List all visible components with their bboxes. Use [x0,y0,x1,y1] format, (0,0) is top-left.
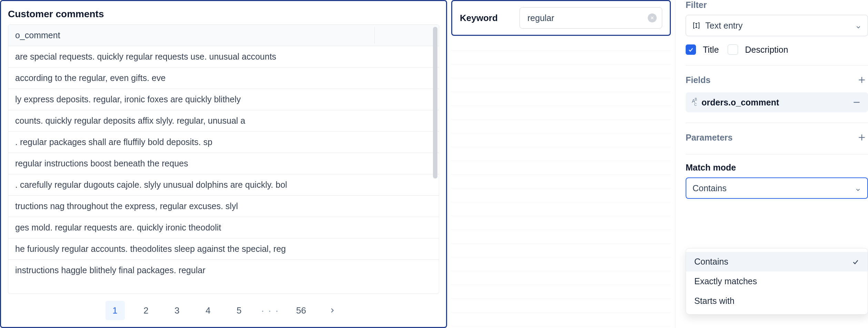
title-checkbox[interactable] [686,44,696,55]
match-mode-option-contains[interactable]: Contains [686,252,868,271]
match-mode-select[interactable]: Contains [686,177,868,199]
check-icon [852,258,859,266]
divider [686,154,868,154]
parameters-section-header: Parameters [686,131,868,144]
match-mode-label: Match mode [686,163,868,173]
table-row[interactable]: ly express deposits. regular, ironic fox… [8,89,439,110]
clear-input-button[interactable] [648,13,657,22]
table-row[interactable]: tructions nag throughout the express, re… [8,196,439,217]
fields-section-label: Fields [686,75,710,85]
page-5-button[interactable]: 5 [230,301,249,320]
page-last-button[interactable]: 56 [292,301,311,320]
comments-table: o_comment are special requests. quickly … [8,24,439,294]
table-row[interactable]: instructions haggle blithely final packa… [8,260,439,281]
table-row[interactable]: . regular packages shall are fluffily bo… [8,132,439,153]
scrollbar[interactable] [433,27,437,178]
plus-icon [857,133,866,142]
match-mode-option-starts-with[interactable]: Starts with [686,291,868,311]
table-row[interactable]: are special requests. quickly regular re… [8,46,439,68]
page-4-button[interactable]: 4 [199,301,218,320]
filter-section-label: Filter [686,0,868,10]
keyword-input-wrap [519,7,662,29]
close-icon [650,16,655,20]
page-ellipsis: · · · [261,301,280,320]
match-mode-dropdown: Contains Exactly matches Starts with [686,248,868,315]
description-checkbox[interactable] [728,44,738,55]
minus-icon [852,98,861,107]
dropdown-option-label: Starts with [694,296,735,306]
search-in-options: Title Description [686,44,868,55]
settings-sidebar: Filter Text entry Title Description Fiel… [675,0,868,328]
table-row[interactable]: . carefully regular dugouts cajole. slyl… [8,174,439,196]
plus-icon [857,75,866,84]
column-divider[interactable] [374,27,375,44]
dropdown-option-label: Exactly matches [694,276,757,286]
title-checkbox-label: Title [703,45,719,55]
table-body: are special requests. quickly regular re… [8,46,439,294]
keyword-input[interactable] [519,7,662,29]
match-mode-selected: Contains [693,183,727,193]
customer-comments-panel: Customer comments o_comment are special … [0,0,447,328]
filter-type-select[interactable]: Text entry [686,15,868,36]
field-chip: ABC orders.o_comment [686,92,868,112]
table-row[interactable]: according to the regular, even gifts. ev… [8,68,439,89]
add-field-button[interactable] [856,74,868,86]
divider [686,65,868,65]
check-icon [688,47,694,53]
table-row[interactable]: counts. quickly regular deposits affix s… [8,110,439,132]
match-mode-option-exactly-matches[interactable]: Exactly matches [686,271,868,291]
table-row[interactable]: he furiously regular accounts. theodolit… [8,238,439,260]
divider [686,123,868,123]
table-row[interactable]: ges mold. regular requests are. quickly … [8,217,439,238]
description-checkbox-label: Description [745,45,788,55]
remove-field-button[interactable] [851,97,862,107]
page-3-button[interactable]: 3 [168,301,187,320]
dropdown-option-label: Contains [694,257,728,267]
page-1-button[interactable]: 1 [105,301,125,320]
chevron-down-icon [855,22,861,29]
fields-section-header: Fields [686,74,868,86]
page-next-button[interactable] [323,301,342,320]
middle-panel: Keyword [451,0,671,328]
canvas-grid[interactable] [451,37,671,328]
chevron-right-icon [329,307,336,314]
keyword-label: Keyword [460,13,498,23]
page-2-button[interactable]: 2 [137,301,156,320]
field-chip-label: orders.o_comment [702,98,779,107]
panel-title: Customer comments [8,9,439,20]
add-parameter-button[interactable] [856,131,868,144]
filter-type-label: Text entry [705,21,743,31]
pagination: 1 2 3 4 5 · · · 56 [8,299,439,320]
column-header-label: o_comment [15,30,60,40]
chevron-down-icon [855,185,861,191]
keyword-card: Keyword [451,0,671,36]
table-row[interactable]: regular instructions boost beneath the r… [8,153,439,174]
text-field-icon: ABC [692,98,697,107]
column-header: o_comment [8,25,439,46]
text-entry-icon [692,21,700,30]
parameters-section-label: Parameters [686,133,733,143]
